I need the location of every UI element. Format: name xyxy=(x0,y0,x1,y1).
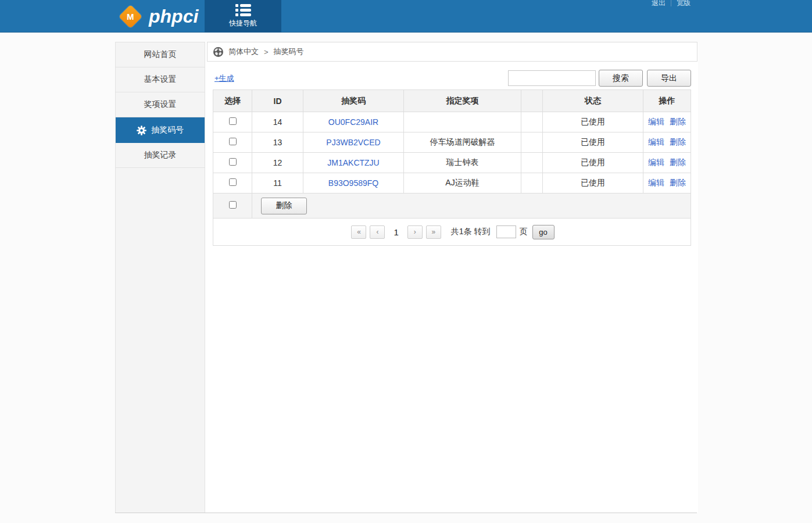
delete-link[interactable]: 删除 xyxy=(670,117,686,126)
code-link[interactable]: B93O9589FQ xyxy=(328,178,378,188)
sidebar: 网站首页 基本设置 奖项设置 xyxy=(115,42,205,513)
main-content: 简体中文 > 抽奖码号 +生成 搜索 导出 选择 ID xyxy=(205,42,698,513)
top-header-bar: M phpci 快捷导航 退出 宽版 xyxy=(0,0,812,33)
column-header-status: 状态 xyxy=(543,90,643,112)
logo-diamond-icon: M xyxy=(119,4,142,28)
go-button[interactable]: go xyxy=(532,225,555,239)
current-page-number: 1 xyxy=(394,227,398,237)
cell-actions: 编辑 删除 xyxy=(643,153,691,173)
column-header-empty xyxy=(521,90,543,112)
search-button[interactable]: 搜索 xyxy=(599,70,643,87)
cell-actions: 编辑 删除 xyxy=(643,132,691,153)
cell-empty xyxy=(521,112,543,132)
sidebar-item-label: 抽奖记录 xyxy=(144,150,177,160)
delete-link[interactable]: 删除 xyxy=(670,137,686,146)
sidebar-item-lottery-records[interactable]: 抽奖记录 xyxy=(116,143,205,168)
top-links: 退出 宽版 xyxy=(646,0,696,8)
first-page-button[interactable]: « xyxy=(351,225,366,239)
globe-icon xyxy=(213,47,223,57)
next-page-button[interactable]: › xyxy=(407,225,423,239)
table-row: 14 OU0FC29AIR 已使用 编辑 删除 xyxy=(213,112,691,132)
cell-prize: 停车场道闸破解器 xyxy=(404,132,521,153)
edit-link[interactable]: 编辑 xyxy=(648,178,664,187)
cell-id: 14 xyxy=(252,112,303,132)
breadcrumb-current: 抽奖码号 xyxy=(274,46,304,57)
column-header-id: ID xyxy=(252,90,303,112)
wide-version-link[interactable]: 宽版 xyxy=(671,0,696,8)
sidebar-item-home[interactable]: 网站首页 xyxy=(116,42,205,67)
export-button[interactable]: 导出 xyxy=(647,70,691,87)
cell-prize: AJ运动鞋 xyxy=(404,173,521,194)
sidebar-item-label: 基本设置 xyxy=(144,74,177,85)
cell-status: 已使用 xyxy=(543,173,643,194)
sidebar-item-prize-settings[interactable]: 奖项设置 xyxy=(116,92,205,117)
bulk-actions-cell: 删除 xyxy=(252,194,691,218)
row-checkbox[interactable] xyxy=(229,117,237,125)
lottery-codes-table: 选择 ID 抽奖码 指定奖项 状态 操作 14 OU0FC29AIR xyxy=(213,89,691,246)
code-link[interactable]: PJ3WB2VCED xyxy=(326,138,380,147)
table-footer-row: 删除 xyxy=(213,194,691,218)
logo[interactable]: M phpci xyxy=(117,0,198,33)
prev-page-button[interactable]: ‹ xyxy=(370,225,385,239)
breadcrumb: 简体中文 > 抽奖码号 xyxy=(207,42,697,62)
cell-status: 已使用 xyxy=(543,112,643,132)
last-page-button[interactable]: » xyxy=(426,225,441,239)
table-header-row: 选择 ID 抽奖码 指定奖项 状态 操作 xyxy=(213,90,691,112)
row-checkbox[interactable] xyxy=(229,138,237,145)
logo-mark-letter: M xyxy=(127,12,134,22)
edit-link[interactable]: 编辑 xyxy=(648,137,664,146)
sidebar-item-lottery-codes[interactable]: 抽奖码号 xyxy=(116,117,205,143)
list-menu-icon xyxy=(235,4,251,16)
search-group: 搜索 导出 xyxy=(508,70,691,87)
column-header-actions: 操作 xyxy=(643,90,691,112)
select-all-checkbox[interactable] xyxy=(229,201,237,209)
row-checkbox[interactable] xyxy=(229,178,237,186)
quick-nav-button[interactable]: 快捷导航 xyxy=(205,0,281,33)
sidebar-item-label: 奖项设置 xyxy=(144,99,177,110)
cell-actions: 编辑 删除 xyxy=(643,112,691,132)
gear-icon xyxy=(137,126,146,135)
pagination-row: « ‹ 1 › » 共1条 转到 页 go xyxy=(213,218,691,246)
column-header-code: 抽奖码 xyxy=(303,90,404,112)
sidebar-item-label: 抽奖码号 xyxy=(151,125,184,135)
pagination-total-text: 共1条 转到 xyxy=(451,227,491,237)
cell-actions: 编辑 删除 xyxy=(643,173,691,194)
cell-empty xyxy=(521,132,543,153)
cell-prize xyxy=(404,112,521,132)
sidebar-item-label: 网站首页 xyxy=(144,49,177,60)
cell-prize: 瑞士钟表 xyxy=(404,153,521,173)
table-row: 13 PJ3WB2VCED 停车场道闸破解器 已使用 编辑 删除 xyxy=(213,132,691,153)
row-checkbox[interactable] xyxy=(229,158,237,166)
header-inner: M phpci 快捷导航 退出 宽版 xyxy=(115,0,697,32)
column-header-prize: 指定奖项 xyxy=(404,90,521,112)
generate-link[interactable]: +生成 xyxy=(214,73,234,84)
logout-link[interactable]: 退出 xyxy=(646,0,671,8)
delete-link[interactable]: 删除 xyxy=(670,178,686,187)
bulk-delete-button[interactable]: 删除 xyxy=(261,198,307,214)
logo-text: phpci xyxy=(149,6,198,27)
cell-status: 已使用 xyxy=(543,132,643,153)
page-number-input[interactable] xyxy=(496,225,516,238)
table-wrapper: 选择 ID 抽奖码 指定奖项 状态 操作 14 OU0FC29AIR xyxy=(213,89,691,246)
pagination-cell: « ‹ 1 › » 共1条 转到 页 go xyxy=(213,218,691,246)
quick-nav-label: 快捷导航 xyxy=(229,19,257,28)
code-link[interactable]: OU0FC29AIR xyxy=(328,117,378,127)
delete-link[interactable]: 删除 xyxy=(670,157,686,167)
page-suffix-label: 页 xyxy=(520,227,528,237)
search-input[interactable] xyxy=(508,70,596,86)
table-row: 12 JM1AKCTZJU 瑞士钟表 已使用 编辑 删除 xyxy=(213,153,691,173)
cell-status: 已使用 xyxy=(543,153,643,173)
table-row: 11 B93O9589FQ AJ运动鞋 已使用 编辑 删除 xyxy=(213,173,691,194)
code-link[interactable]: JM1AKCTZJU xyxy=(327,158,379,167)
cell-id: 11 xyxy=(252,173,303,194)
toolbar: +生成 搜索 导出 xyxy=(214,70,691,87)
cell-empty xyxy=(521,153,543,173)
page-container: 网站首页 基本设置 奖项设置 xyxy=(115,42,697,513)
breadcrumb-lang[interactable]: 简体中文 xyxy=(228,46,259,57)
pagination: « ‹ 1 › » 共1条 转到 页 go xyxy=(349,225,554,239)
edit-link[interactable]: 编辑 xyxy=(648,157,664,167)
breadcrumb-separator: > xyxy=(264,48,269,56)
sidebar-item-basic-settings[interactable]: 基本设置 xyxy=(116,67,205,92)
column-header-select: 选择 xyxy=(213,90,252,112)
edit-link[interactable]: 编辑 xyxy=(648,117,664,126)
